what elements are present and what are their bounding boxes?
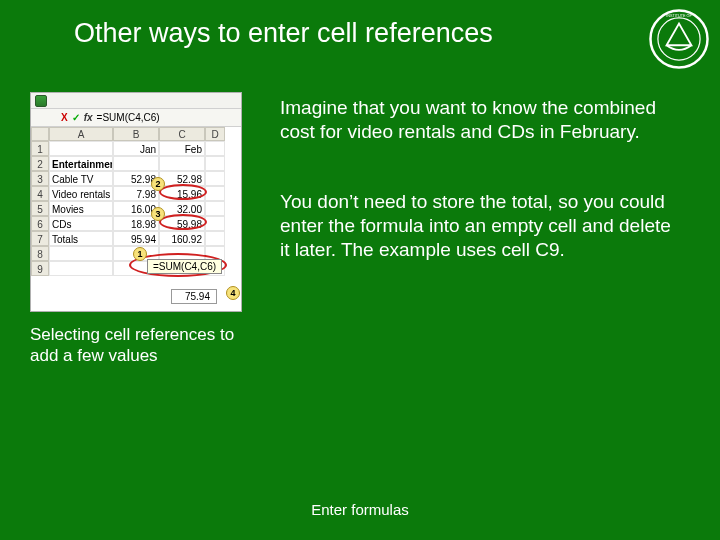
cell bbox=[205, 186, 225, 201]
paragraph-2: You don’t need to store the total, so yo… bbox=[280, 190, 680, 261]
spreadsheet-figure: X ✓ fx =SUM(C4,C6) A B C D 1 Jan Feb 2 E… bbox=[30, 92, 242, 312]
formula-tooltip: =SUM(C4,C6) bbox=[147, 259, 222, 274]
col-header-d: D bbox=[205, 127, 225, 141]
cell bbox=[49, 261, 113, 276]
cell bbox=[113, 156, 159, 171]
cell: 160.92 bbox=[159, 231, 205, 246]
cell: 95.94 bbox=[113, 231, 159, 246]
col-header-blank bbox=[31, 127, 49, 141]
institute-seal-logo: INSTITUTE OF bbox=[648, 8, 710, 70]
fx-icon: fx bbox=[84, 112, 93, 123]
selection-highlight-oval bbox=[159, 184, 207, 200]
cell bbox=[49, 246, 113, 261]
cell bbox=[205, 231, 225, 246]
annotation-badge-4: 4 bbox=[226, 286, 240, 300]
row-header: 1 bbox=[31, 141, 49, 156]
cell bbox=[159, 156, 205, 171]
cell: CDs bbox=[49, 216, 113, 231]
svg-text:INSTITUTE OF: INSTITUTE OF bbox=[666, 14, 692, 18]
row-header: 5 bbox=[31, 201, 49, 216]
annotation-badge-3: 3 bbox=[151, 207, 165, 221]
selection-highlight-oval bbox=[159, 214, 207, 230]
cell: Jan bbox=[113, 141, 159, 156]
row-header: 9 bbox=[31, 261, 49, 276]
seal-icon: INSTITUTE OF bbox=[648, 8, 710, 70]
cell: Cable TV bbox=[49, 171, 113, 186]
cell bbox=[49, 141, 113, 156]
col-header-c: C bbox=[159, 127, 205, 141]
row-header: 7 bbox=[31, 231, 49, 246]
paragraph-1: Imagine that you want to know the combin… bbox=[280, 96, 680, 144]
cell: Feb bbox=[159, 141, 205, 156]
cancel-icon: X bbox=[61, 112, 68, 123]
enter-icon: ✓ bbox=[72, 112, 80, 123]
col-header-b: B bbox=[113, 127, 159, 141]
cell: Video rentals bbox=[49, 186, 113, 201]
row-header: 4 bbox=[31, 186, 49, 201]
excel-app-icon bbox=[35, 95, 47, 107]
cell bbox=[205, 201, 225, 216]
cell bbox=[205, 141, 225, 156]
cell bbox=[205, 156, 225, 171]
annotation-badge-2: 2 bbox=[151, 177, 165, 191]
row-header: 8 bbox=[31, 246, 49, 261]
cell bbox=[205, 216, 225, 231]
row-header: 3 bbox=[31, 171, 49, 186]
spreadsheet-titlebar bbox=[31, 93, 241, 109]
cell bbox=[205, 171, 225, 186]
figure-caption: Selecting cell references to add a few v… bbox=[30, 324, 250, 367]
slide-footer: Enter formulas bbox=[0, 501, 720, 518]
cell: Entertainment bbox=[49, 156, 113, 171]
row-header: 6 bbox=[31, 216, 49, 231]
annotation-badge-1: 1 bbox=[133, 247, 147, 261]
formula-bar: X ✓ fx =SUM(C4,C6) bbox=[31, 109, 241, 127]
cell: Totals bbox=[49, 231, 113, 246]
formula-bar-text: =SUM(C4,C6) bbox=[97, 112, 160, 123]
cell: Movies bbox=[49, 201, 113, 216]
svg-point-0 bbox=[650, 10, 707, 67]
formula-result-box: 75.94 bbox=[171, 289, 217, 304]
row-header: 2 bbox=[31, 156, 49, 171]
slide-title: Other ways to enter cell references bbox=[74, 18, 493, 49]
col-header-a: A bbox=[49, 127, 113, 141]
